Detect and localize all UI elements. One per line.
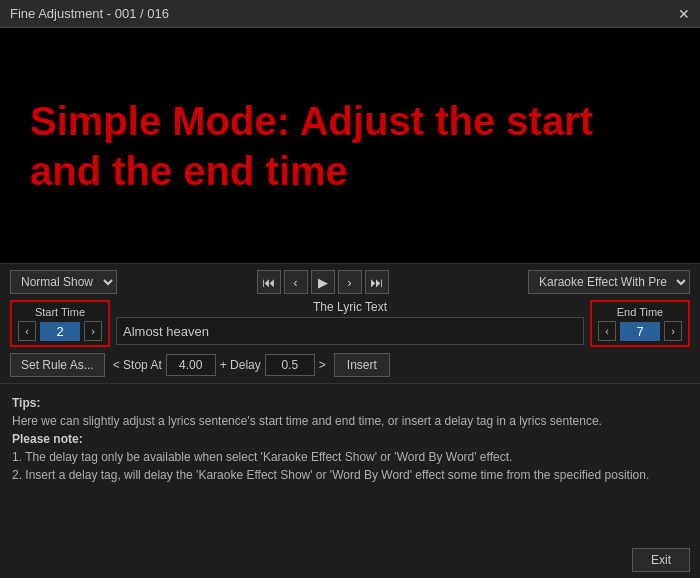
title-bar: Fine Adjustment - 001 / 016 ✕ [0,0,700,28]
lyric-input[interactable] [116,317,584,345]
btn-prev[interactable]: ‹ [284,270,308,294]
controls-section: Normal Show ⏮ ‹ ▶ › ⏭ Karaoke Effect Wit… [0,263,700,383]
transport-controls: ⏮ ‹ ▶ › ⏭ [123,270,522,294]
close-button[interactable]: ✕ [678,6,690,22]
stop-at-input[interactable] [166,354,216,376]
show-select[interactable]: Normal Show [10,270,117,294]
stop-at-row: < Stop At + Delay > [113,354,326,376]
btn-first[interactable]: ⏮ [257,270,281,294]
effect-select[interactable]: Karaoke Effect With Pre [528,270,690,294]
delay-prefix: + Delay [220,358,261,372]
start-time-label: Start Time [18,306,102,318]
insert-button[interactable]: Insert [334,353,390,377]
start-time-input[interactable] [40,322,80,341]
end-time-label: End Time [598,306,682,318]
preview-text: Simple Mode: Adjust the start and the en… [30,96,670,196]
preview-area: Simple Mode: Adjust the start and the en… [0,28,700,263]
set-rule-button[interactable]: Set Rule As... [10,353,105,377]
note-title: Please note: [12,432,83,446]
bottom-controls-row: Set Rule As... < Stop At + Delay > Inser… [10,353,690,377]
delay-arrow: > [319,358,326,372]
note-2: 2. Insert a delay tag, will delay the 'K… [12,468,649,482]
btn-next[interactable]: › [338,270,362,294]
tips-text: Here we can slightly adjust a lyrics sen… [12,414,602,428]
end-time-left-btn[interactable]: ‹ [598,321,616,341]
exit-row: Exit [0,542,700,578]
tips-title: Tips: [12,396,40,410]
note-1: 1. The delay tag only be available when … [12,450,512,464]
btn-last[interactable]: ⏭ [365,270,389,294]
btn-play[interactable]: ▶ [311,270,335,294]
lyric-text-section: The Lyric Text [116,300,584,347]
stop-at-prefix: < Stop At [113,358,162,372]
transport-row: Normal Show ⏮ ‹ ▶ › ⏭ Karaoke Effect Wit… [10,270,690,294]
tips-section: Tips: Here we can slightly adjust a lyri… [0,383,700,542]
end-time-right-btn[interactable]: › [664,321,682,341]
window-title: Fine Adjustment - 001 / 016 [10,6,169,21]
end-time-input[interactable] [620,322,660,341]
lyric-label: The Lyric Text [116,300,584,314]
start-time-right-btn[interactable]: › [84,321,102,341]
exit-button[interactable]: Exit [632,548,690,572]
start-time-left-btn[interactable]: ‹ [18,321,36,341]
delay-input[interactable] [265,354,315,376]
start-time-box: Start Time ‹ › [10,300,110,347]
end-time-box: End Time ‹ › [590,300,690,347]
timing-row: Start Time ‹ › The Lyric Text End Time ‹… [10,300,690,347]
